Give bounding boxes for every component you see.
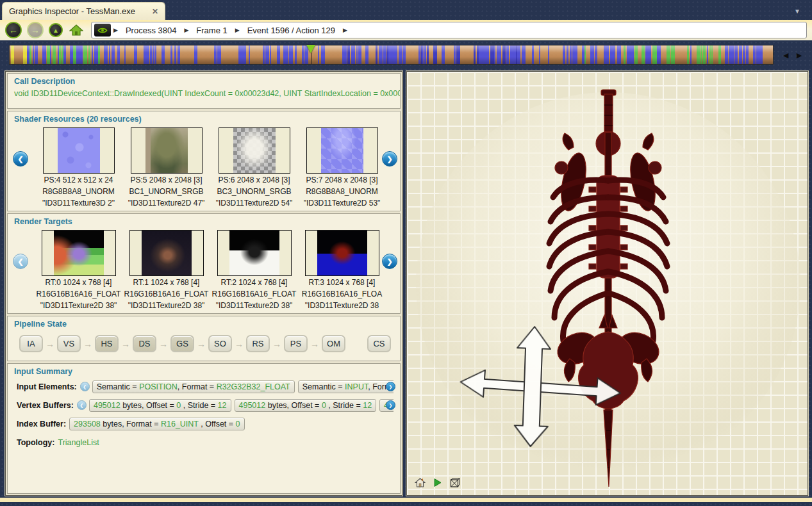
breadcrumb-process[interactable]: Process 3804 <box>120 26 182 35</box>
flow-arrow-icon: → <box>232 339 246 349</box>
flow-arrow-icon: → <box>194 339 208 349</box>
stage-hs[interactable]: HS <box>95 335 119 352</box>
call-description-text: void ID3D11DeviceContext::DrawIndexed(UI… <box>8 87 400 100</box>
chevron-left-icon: ❮ <box>17 257 23 266</box>
render-target-name: "ID3D11Texture2D 38" <box>216 301 293 311</box>
vertex-buffers-next-button[interactable]: ❯ <box>386 400 395 410</box>
texture-label: PS:5 2048 x 2048 [3] <box>130 175 202 185</box>
shader-resource-item[interactable]: PS:7 2048 x 2048 [3] R8G8B8A8_UNORM "ID3… <box>298 127 386 208</box>
stage-ps[interactable]: PS <box>284 335 308 352</box>
tab-title: Graphics Inspector - TessMan.exe <box>9 6 135 16</box>
pipeline-state-section: Pipeline State IA → VS → HS → DS → GS → … <box>7 316 401 361</box>
nvidia-logo-button[interactable] <box>94 24 111 37</box>
stage-ds[interactable]: DS <box>133 335 156 352</box>
texture-label: PS:4 512 x 512 x 24 <box>44 175 113 185</box>
tab-graphics-inspector[interactable]: Graphics Inspector - TessMan.exe ✕ <box>2 2 165 20</box>
texture-format: R8G8B8A8_UNORM <box>306 187 378 197</box>
stage-gs[interactable]: GS <box>170 335 194 352</box>
texture-format: R8G8B8A8_UNORM <box>42 187 115 197</box>
stage-om[interactable]: OM <box>322 335 345 352</box>
flow-arrow-icon: → <box>156 339 170 349</box>
render-targets-section: Render Targets RT:0 1024 x 768 [4] R16G1… <box>7 213 401 314</box>
input-elements-next-button[interactable]: ❯ <box>386 382 395 391</box>
breadcrumb-frame[interactable]: Frame 1 <box>191 26 232 35</box>
vertex-buffer-chip[interactable]: 495012 bytes, Offset = 0 , Stride = 12 <box>89 399 231 412</box>
texture-name: "ID3D11Texture2D 54" <box>216 199 293 208</box>
topology-label: Topology: <box>17 438 54 447</box>
shader-resource-item[interactable]: PS:4 512 x 512 x 24 R8G8B8A8_UNORM "ID3D… <box>35 127 122 208</box>
timeline-scroll-right-icon[interactable]: ▶ <box>797 51 802 60</box>
index-buffer-chip[interactable]: 293508 bytes, Format = R16_UINT , Offset… <box>69 418 244 430</box>
render-target-format: R16G16B16A16_FLOAT <box>212 290 297 299</box>
crumb-sep-icon: ▶ <box>113 27 118 33</box>
stage-cs[interactable]: CS <box>367 335 391 352</box>
crumb-sep-icon[interactable]: ▶ <box>235 27 240 33</box>
render-target-item[interactable]: RT:0 1024 x 768 [4] R16G16B16A16_FLOAT "… <box>35 230 122 311</box>
status-strip <box>0 498 812 502</box>
render-target-label: RT:2 1024 x 768 [4] <box>221 278 288 288</box>
chevron-down-icon[interactable]: ▼ <box>794 8 800 15</box>
render-target-format: R16G16B16A16_FLOA <box>302 290 382 299</box>
shader-resources-next-button[interactable]: ❯ <box>382 151 397 167</box>
render-target-name: "ID3D11Texture2D 38" <box>40 301 117 311</box>
flow-arrow-icon: → <box>81 339 95 349</box>
index-buffer-label: Index Buffer: <box>17 420 66 428</box>
back-arrow-icon: ← <box>9 25 18 35</box>
wireframe-box-icon[interactable] <box>450 478 460 487</box>
up-button[interactable]: ▲ <box>49 23 63 37</box>
crumb-sep-icon[interactable]: ▶ <box>343 27 347 33</box>
render-target-label: RT:1 1024 x 768 [4] <box>133 278 200 288</box>
input-elements-chips: Semantic = POSITION, Format = R32G32B32_… <box>92 380 394 393</box>
close-icon[interactable]: ✕ <box>152 7 158 16</box>
render-target-thumbnail[interactable] <box>129 230 204 276</box>
back-button[interactable]: ← <box>5 22 22 38</box>
input-summary-header: Input Summary <box>8 364 400 377</box>
stage-rs[interactable]: RS <box>246 335 270 352</box>
vertex-buffers-row: Vertex Buffers: ❮ 495012 bytes, Offset =… <box>8 396 400 414</box>
render-target-item[interactable]: RT:1 1024 x 768 [4] R16G16B16A16_FLOAT "… <box>122 230 210 311</box>
home-button[interactable] <box>69 24 83 37</box>
scene-3d[interactable] <box>407 72 808 495</box>
render-target-thumbnail[interactable] <box>217 230 292 276</box>
render-target-item[interactable]: RT:3 1024 x 768 [4] R16G16B16A16_FLOA "I… <box>298 230 386 311</box>
timeline-scrubber[interactable] <box>9 45 774 65</box>
play-icon[interactable] <box>434 478 442 487</box>
breadcrumb-event[interactable]: Event 1596 / Action 129 <box>242 26 340 35</box>
input-elements-label: Input Elements: <box>17 382 77 391</box>
stage-vs[interactable]: VS <box>57 335 81 352</box>
vertex-buffers-prev-button[interactable]: ❮ <box>77 400 87 410</box>
shader-resource-item[interactable]: PS:5 2048 x 2048 [3] BC1_UNORM_SRGB "ID3… <box>122 127 210 208</box>
texture-thumbnail[interactable] <box>219 127 290 174</box>
texture-name: "ID3D11Texture2D 47" <box>128 199 205 208</box>
render-targets-next-button[interactable]: ❯ <box>382 254 397 269</box>
vertex-buffer-chip[interactable]: 495012 bytes, Offset = 0 , Stride = 12 <box>235 399 377 412</box>
render-targets-prev-button[interactable]: ❮ <box>13 254 28 269</box>
stage-so[interactable]: SO <box>208 335 232 352</box>
render-viewport[interactable] <box>406 71 808 496</box>
inspector-panel: Call Description void ID3D11DeviceContex… <box>5 71 402 496</box>
input-element-chip[interactable]: Semantic = INPUT, Format = R <box>298 380 394 393</box>
render-target-label: RT:3 1024 x 768 [4] <box>309 278 376 288</box>
texture-thumbnail[interactable] <box>131 127 203 174</box>
texture-format: BC1_UNORM_SRGB <box>129 187 203 197</box>
render-target-thumbnail[interactable] <box>42 230 116 276</box>
texture-thumbnail[interactable] <box>306 127 378 174</box>
render-target-item[interactable]: RT:2 1024 x 768 [4] R16G16B16A16_FLOAT "… <box>210 230 298 311</box>
shader-resource-item[interactable]: PS:6 2048 x 2048 [3] BC3_UNORM_SRGB "ID3… <box>210 127 298 208</box>
toolbar: ← → ▲ ▶ Process 3804 ▶ Frame 1 ▶ Event 1… <box>0 20 812 40</box>
input-elements-prev-button[interactable]: ❮ <box>80 382 90 391</box>
render-target-format: R16G16B16A16_FLOAT <box>37 290 121 299</box>
timeline-scroll-left-icon[interactable]: ◀ <box>783 51 788 60</box>
stage-ia[interactable]: IA <box>19 335 43 352</box>
shader-resources-prev-button[interactable]: ❮ <box>13 151 28 167</box>
home-view-icon[interactable] <box>415 478 426 487</box>
crumb-sep-icon[interactable]: ▶ <box>184 27 188 33</box>
pipeline-state-header: Pipeline State <box>8 316 400 330</box>
forward-button[interactable]: → <box>27 22 44 38</box>
input-element-chip[interactable]: Semantic = POSITION, Format = R32G32B32_… <box>92 380 295 393</box>
texture-thumbnail[interactable] <box>43 127 115 174</box>
render-target-thumbnail[interactable] <box>305 230 379 276</box>
timeline-marker[interactable] <box>306 45 315 53</box>
forward-arrow-icon: → <box>31 25 40 35</box>
flow-arrow-icon: → <box>119 339 133 349</box>
